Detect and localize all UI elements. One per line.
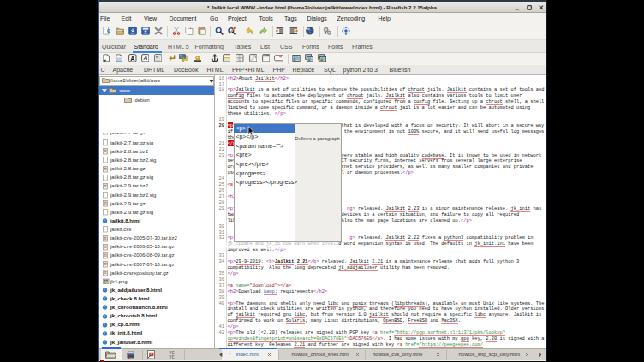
svg-text:A: A	[142, 55, 147, 61]
svg-text:VC: VC	[169, 354, 174, 359]
svg-text:A: A	[130, 55, 135, 62]
